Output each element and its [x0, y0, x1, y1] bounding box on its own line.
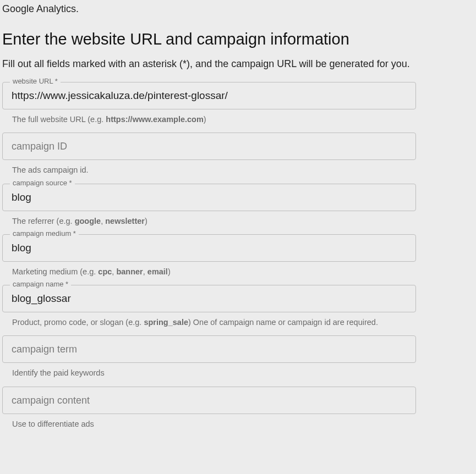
helper-campaign-medium: Marketing medium (e.g. cpc, banner, emai…: [2, 262, 416, 277]
label-campaign-medium: campaign medium *: [10, 230, 79, 237]
input-campaign-name[interactable]: [2, 285, 416, 312]
input-campaign-content[interactable]: [2, 387, 416, 414]
helper-campaign-name: Product, promo code, or slogan (e.g. spr…: [2, 312, 416, 328]
input-campaign-source[interactable]: [2, 184, 416, 211]
field-group-campaign-term: Identify the paid keywords: [2, 335, 416, 378]
input-campaign-medium[interactable]: [2, 234, 416, 262]
helper-campaign-id: The ads campaign id.: [2, 160, 416, 175]
helper-website-url: The full website URL (e.g. https://www.e…: [2, 109, 416, 125]
label-website-url: website URL *: [10, 78, 61, 85]
field-group-campaign-medium: campaign medium * Marketing medium (e.g.…: [2, 234, 416, 277]
helper-campaign-content: Use to differentiate ads: [2, 414, 416, 429]
input-website-url[interactable]: [2, 82, 416, 109]
page-subheading: Fill out all fields marked with an aster…: [2, 58, 474, 70]
top-context-text: Google Analytics.: [2, 3, 474, 15]
field-group-website-url: website URL * The full website URL (e.g.…: [2, 82, 416, 125]
input-campaign-term[interactable]: [2, 335, 416, 363]
field-group-campaign-content: Use to differentiate ads: [2, 387, 416, 429]
page-heading: Enter the website URL and campaign infor…: [2, 30, 474, 48]
campaign-url-form: website URL * The full website URL (e.g.…: [2, 82, 416, 429]
field-group-campaign-source: campaign source * The referrer (e.g. goo…: [2, 184, 416, 227]
field-group-campaign-id: The ads campaign id.: [2, 133, 416, 175]
label-campaign-source: campaign source *: [10, 179, 75, 186]
label-campaign-name: campaign name *: [10, 280, 71, 288]
input-campaign-id[interactable]: [2, 133, 416, 160]
field-group-campaign-name: campaign name * Product, promo code, or …: [2, 285, 416, 328]
helper-campaign-term: Identify the paid keywords: [2, 363, 416, 378]
helper-campaign-source: The referrer (e.g. google, newsletter): [2, 211, 416, 227]
